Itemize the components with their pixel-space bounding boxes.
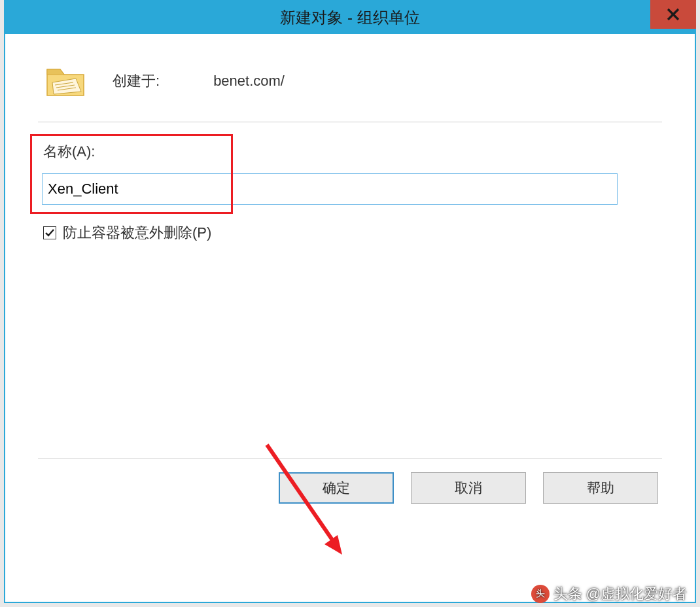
checkmark-icon xyxy=(44,228,55,238)
button-row: 确定 取消 帮助 xyxy=(38,472,662,504)
name-input[interactable] xyxy=(42,173,618,205)
name-label: 名称(A): xyxy=(31,142,662,162)
protect-checkbox-row: 防止容器被意外删除(P) xyxy=(43,223,662,243)
footer-divider xyxy=(38,459,662,459)
new-ou-dialog: 新建对象 - 组织单位 创建于: benet.com/ 名称(A): xyxy=(4,0,696,603)
arrow-annotation xyxy=(260,438,372,569)
cancel-button[interactable]: 取消 xyxy=(411,472,526,504)
help-button[interactable]: 帮助 xyxy=(543,472,658,504)
close-button[interactable] xyxy=(650,0,696,29)
svg-marker-3 xyxy=(324,535,342,555)
titlebar[interactable]: 新建对象 - 组织单位 xyxy=(5,1,695,34)
ok-button[interactable]: 确定 xyxy=(279,472,394,504)
create-in-label: 创建于: xyxy=(113,71,160,91)
protect-checkbox[interactable] xyxy=(43,226,56,239)
dialog-title: 新建对象 - 组织单位 xyxy=(280,7,419,28)
protect-checkbox-label: 防止容器被意外删除(P) xyxy=(63,223,211,243)
dialog-content: 创建于: benet.com/ 名称(A): 防止容器被意外删除(P) 确定 取… xyxy=(5,34,695,602)
create-in-path: benet.com/ xyxy=(213,73,285,90)
name-section: 名称(A): xyxy=(31,142,662,205)
folder-icon xyxy=(44,60,86,102)
close-icon xyxy=(666,7,680,22)
divider xyxy=(38,122,662,122)
header-row: 创建于: benet.com/ xyxy=(38,60,662,102)
